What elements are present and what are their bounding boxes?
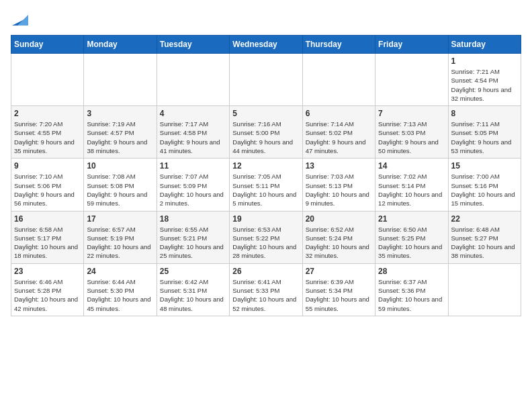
day-number: 28 [378,267,445,276]
day-info: Sunrise: 7:16 AM Sunset: 5:00 PM Dayligh… [232,120,299,155]
day-info: Sunrise: 7:21 AM Sunset: 4:54 PM Dayligh… [451,67,518,103]
calendar-cell: 28Sunrise: 6:37 AM Sunset: 5:36 PM Dayli… [375,263,448,316]
day-number: 27 [306,267,372,276]
calendar-cell: 27Sunrise: 6:39 AM Sunset: 5:34 PM Dayli… [302,263,375,316]
day-number: 3 [87,109,153,118]
calendar-cell [302,54,375,106]
day-info: Sunrise: 7:17 AM Sunset: 4:58 PM Dayligh… [160,120,226,155]
day-number: 14 [378,161,445,171]
day-info: Sunrise: 7:10 AM Sunset: 5:06 PM Dayligh… [14,172,81,208]
calendar-cell: 16Sunrise: 6:58 AM Sunset: 5:17 PM Dayli… [11,211,84,263]
day-number: 24 [87,267,153,276]
day-number: 25 [160,267,226,276]
calendar-cell: 26Sunrise: 6:41 AM Sunset: 5:33 PM Dayli… [230,263,302,316]
calendar-week-row: 9Sunrise: 7:10 AM Sunset: 5:06 PM Daylig… [11,158,521,211]
calendar-cell: 20Sunrise: 6:52 AM Sunset: 5:24 PM Dayli… [302,211,375,263]
day-number: 8 [451,109,518,118]
day-number: 7 [378,109,445,118]
day-number: 15 [451,161,518,171]
calendar-cell: 6Sunrise: 7:14 AM Sunset: 5:02 PM Daylig… [302,106,375,158]
day-info: Sunrise: 6:52 AM Sunset: 5:24 PM Dayligh… [306,225,372,261]
calendar-cell: 12Sunrise: 7:05 AM Sunset: 5:11 PM Dayli… [230,158,302,211]
day-number: 20 [306,214,372,224]
day-info: Sunrise: 7:11 AM Sunset: 5:05 PM Dayligh… [451,120,518,155]
day-number: 5 [232,109,299,118]
day-info: Sunrise: 6:37 AM Sunset: 5:36 PM Dayligh… [378,277,445,313]
day-info: Sunrise: 6:41 AM Sunset: 5:33 PM Dayligh… [232,277,299,313]
calendar-cell [375,54,448,106]
calendar-cell [157,54,229,106]
calendar-cell: 1Sunrise: 7:21 AM Sunset: 4:54 PM Daylig… [448,54,521,106]
calendar-cell [230,54,302,106]
day-info: Sunrise: 7:19 AM Sunset: 4:57 PM Dayligh… [87,120,153,155]
calendar-cell: 7Sunrise: 7:13 AM Sunset: 5:03 PM Daylig… [375,106,448,158]
day-info: Sunrise: 7:07 AM Sunset: 5:09 PM Dayligh… [160,172,226,208]
logo-icon [12,11,28,27]
day-info: Sunrise: 7:13 AM Sunset: 5:03 PM Dayligh… [378,120,445,155]
day-number: 2 [14,109,81,118]
calendar-header-wednesday: Wednesday [230,36,302,54]
day-info: Sunrise: 7:02 AM Sunset: 5:14 PM Dayligh… [378,172,445,208]
calendar-cell: 8Sunrise: 7:11 AM Sunset: 5:05 PM Daylig… [448,106,521,158]
day-number: 9 [14,161,81,171]
calendar-cell [448,263,521,316]
day-info: Sunrise: 6:39 AM Sunset: 5:34 PM Dayligh… [306,277,372,313]
calendar-cell: 25Sunrise: 6:42 AM Sunset: 5:31 PM Dayli… [157,263,229,316]
day-info: Sunrise: 7:00 AM Sunset: 5:16 PM Dayligh… [451,172,518,208]
day-info: Sunrise: 6:55 AM Sunset: 5:21 PM Dayligh… [160,225,226,261]
calendar-header-monday: Monday [84,36,157,54]
day-number: 12 [232,161,299,171]
calendar-cell: 4Sunrise: 7:17 AM Sunset: 4:58 PM Daylig… [157,106,229,158]
calendar-cell [84,54,157,106]
day-info: Sunrise: 6:50 AM Sunset: 5:25 PM Dayligh… [378,225,445,261]
calendar-cell: 11Sunrise: 7:07 AM Sunset: 5:09 PM Dayli… [157,158,229,211]
day-number: 21 [378,214,445,224]
calendar-body: 1Sunrise: 7:21 AM Sunset: 4:54 PM Daylig… [11,54,521,316]
calendar-cell: 14Sunrise: 7:02 AM Sunset: 5:14 PM Dayli… [375,158,448,211]
day-info: Sunrise: 6:58 AM Sunset: 5:17 PM Dayligh… [14,225,81,261]
logo [11,11,28,27]
day-info: Sunrise: 6:57 AM Sunset: 5:19 PM Dayligh… [87,225,153,261]
calendar-table: SundayMondayTuesdayWednesdayThursdayFrid… [11,35,521,316]
day-info: Sunrise: 7:08 AM Sunset: 5:08 PM Dayligh… [87,172,153,208]
day-number: 18 [160,214,226,224]
day-info: Sunrise: 6:44 AM Sunset: 5:30 PM Dayligh… [87,277,153,313]
calendar-cell: 2Sunrise: 7:20 AM Sunset: 4:55 PM Daylig… [11,106,84,158]
calendar-week-row: 23Sunrise: 6:46 AM Sunset: 5:28 PM Dayli… [11,263,521,316]
calendar-week-row: 1Sunrise: 7:21 AM Sunset: 4:54 PM Daylig… [11,54,521,106]
day-number: 16 [14,214,81,224]
calendar-cell: 3Sunrise: 7:19 AM Sunset: 4:57 PM Daylig… [84,106,157,158]
day-number: 23 [14,267,81,276]
calendar-header-sunday: Sunday [11,36,84,54]
day-number: 22 [451,214,518,224]
day-info: Sunrise: 6:42 AM Sunset: 5:31 PM Dayligh… [160,277,226,313]
calendar-week-row: 16Sunrise: 6:58 AM Sunset: 5:17 PM Dayli… [11,211,521,263]
day-number: 10 [87,161,153,171]
day-info: Sunrise: 7:14 AM Sunset: 5:02 PM Dayligh… [306,120,372,155]
day-number: 26 [232,267,299,276]
page-header [11,11,521,27]
day-info: Sunrise: 6:46 AM Sunset: 5:28 PM Dayligh… [14,277,81,313]
calendar-cell: 9Sunrise: 7:10 AM Sunset: 5:06 PM Daylig… [11,158,84,211]
calendar-cell: 21Sunrise: 6:50 AM Sunset: 5:25 PM Dayli… [375,211,448,263]
day-number: 11 [160,161,226,171]
day-info: Sunrise: 6:53 AM Sunset: 5:22 PM Dayligh… [232,225,299,261]
day-number: 17 [87,214,153,224]
calendar-header-thursday: Thursday [302,36,375,54]
calendar-cell: 19Sunrise: 6:53 AM Sunset: 5:22 PM Dayli… [230,211,302,263]
calendar-header-row: SundayMondayTuesdayWednesdayThursdayFrid… [11,36,521,54]
calendar-cell: 22Sunrise: 6:48 AM Sunset: 5:27 PM Dayli… [448,211,521,263]
day-number: 13 [306,161,372,171]
calendar-cell: 17Sunrise: 6:57 AM Sunset: 5:19 PM Dayli… [84,211,157,263]
calendar-cell [11,54,84,106]
calendar-cell: 24Sunrise: 6:44 AM Sunset: 5:30 PM Dayli… [84,263,157,316]
calendar-cell: 23Sunrise: 6:46 AM Sunset: 5:28 PM Dayli… [11,263,84,316]
calendar-cell: 18Sunrise: 6:55 AM Sunset: 5:21 PM Dayli… [157,211,229,263]
calendar-week-row: 2Sunrise: 7:20 AM Sunset: 4:55 PM Daylig… [11,106,521,158]
calendar-cell: 10Sunrise: 7:08 AM Sunset: 5:08 PM Dayli… [84,158,157,211]
calendar-header-saturday: Saturday [448,36,521,54]
day-info: Sunrise: 7:03 AM Sunset: 5:13 PM Dayligh… [306,172,372,208]
calendar-cell: 13Sunrise: 7:03 AM Sunset: 5:13 PM Dayli… [302,158,375,211]
calendar-cell: 5Sunrise: 7:16 AM Sunset: 5:00 PM Daylig… [230,106,302,158]
calendar-header-friday: Friday [375,36,448,54]
